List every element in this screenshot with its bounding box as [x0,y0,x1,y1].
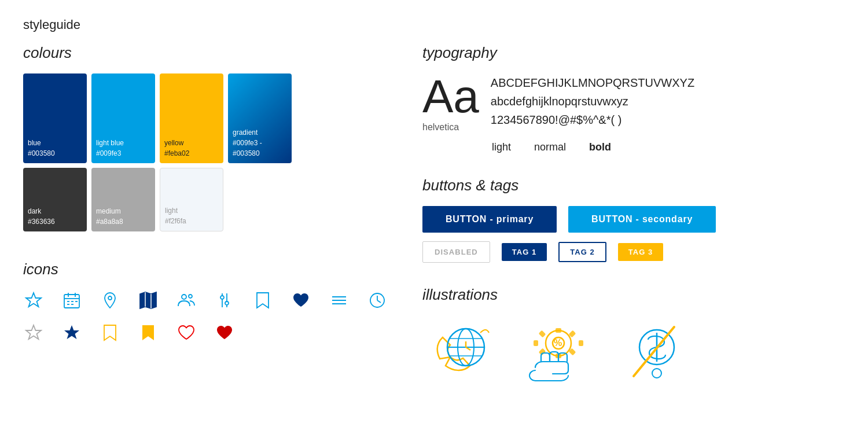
svg-line-25 [377,300,381,303]
swatch-empty [228,168,292,231]
colour-grid: blue #003580 light blue #009fe3 yellow #… [23,73,388,231]
typography-sample-block: Aa helvetica [422,73,479,133]
typography-lowercase: abcdefghijklnopqrstuvwxyz [491,92,694,111]
swatch-blue: blue #003580 [23,73,87,163]
heart-outline-red-icon [176,322,197,343]
svg-marker-26 [26,325,41,339]
svg-point-15 [189,295,192,298]
heart-filled-red-icon [214,322,235,343]
swatch-blue-hex: #003580 [28,148,82,159]
map-icon [138,290,159,311]
illustration-phone-clock [422,315,498,391]
swatch-light: light #f2f6fa [160,168,223,231]
clock-icon [367,290,388,311]
svg-marker-0 [26,293,41,307]
svg-point-14 [182,295,186,299]
swatch-lightblue: light blue #009fe3 [91,73,155,163]
swatch-dark: dark #363636 [23,168,87,231]
typography-font-name: helvetica [422,122,479,133]
icon-row-2 [23,322,388,343]
illustrations-section: illustrations [422,286,845,391]
swatch-lightblue-hex: #009fe3 [96,148,150,159]
button-secondary[interactable]: BUTTON - secondary [568,206,716,233]
buttons-tags-section: buttons & tags BUTTON - primary BUTTON -… [422,176,845,263]
svg-point-19 [225,301,229,305]
list-icon [329,290,350,311]
svg-rect-43 [539,348,546,356]
swatch-gradient-hex2: #003580 [233,148,287,159]
svg-rect-37 [556,328,561,333]
button-primary[interactable]: BUTTON - primary [422,206,557,233]
svg-rect-40 [579,340,583,346]
svg-marker-27 [64,325,79,339]
swatch-medium: medium #a8a8a8 [91,168,155,231]
bookmark-yellow-filled-icon [138,322,159,343]
star-filled-blue-icon [61,322,82,343]
icons-heading: icons [23,260,388,278]
swatch-yellow-name: yellow [164,138,219,148]
swatch-yellow-hex: #feba02 [164,148,219,159]
swatch-dark-hex: #363636 [28,216,82,227]
page-title: styleguide [23,17,845,32]
icon-row-1 [23,290,388,311]
swatch-gradient-hex1: #009fe3 - [233,138,287,148]
illustration-no-dollar [619,315,694,391]
heart-filled-blue-icon [290,290,311,311]
swatch-dark-name: dark [28,206,82,216]
buttons-tags-heading: buttons & tags [422,176,845,194]
swatch-lightblue-name: light blue [96,138,150,148]
tag-1[interactable]: TAG 1 [502,243,547,261]
illustrations-row: % [422,315,845,391]
swatch-gradient: gradient #009fe3 - #003580 [228,73,292,163]
typography-weight-light: light [492,141,511,153]
bookmark-outline-icon [252,290,273,311]
swatch-gradient-name: gradient [233,127,287,138]
svg-rect-41 [539,330,546,338]
swatch-light-hex: #f2f6fa [165,216,218,226]
typography-special: 1234567890!@#$%^&*( ) [491,111,694,129]
svg-point-49 [652,369,661,378]
swatch-yellow: yellow #feba02 [160,73,223,163]
illustration-gear-hand: % [521,315,596,391]
svg-marker-11 [140,292,156,308]
swatch-light-name: light [165,205,218,216]
colours-section: colours blue #003580 light blue #009fe3 … [23,44,388,231]
tag-2[interactable]: TAG 2 [558,242,606,262]
typography-aa: Aa [422,73,479,120]
swatch-medium-hex: #a8a8a8 [96,216,150,227]
icons-section: icons [23,260,388,343]
swatch-blue-name: blue [28,138,82,148]
star-outline-icon [23,290,44,311]
typography-chars-block: ABCDEFGHIJKLMNOPQRSTUVWXYZ abcdefghijkln… [491,73,694,129]
svg-point-10 [108,296,112,300]
typography-section: typography Aa helvetica ABCDEFGHIJKLMNOP… [422,44,845,153]
calendar-icon [61,290,82,311]
swatch-medium-name: medium [96,206,150,216]
typography-weight-bold: bold [589,141,611,153]
location-icon [100,290,120,311]
svg-text:%: % [554,338,562,348]
star-grey-icon [23,322,44,343]
svg-point-18 [220,296,224,299]
sliders-icon [214,290,235,311]
btn-row-2: DISABLED TAG 1 TAG 2 TAG 3 [422,241,845,263]
typography-uppercase: ABCDEFGHIJKLMNOPQRSTUVWXYZ [491,73,694,92]
button-disabled: DISABLED [422,241,490,263]
people-icon [176,290,197,311]
typography-weights: light normal bold [492,141,845,153]
typography-aa-row: Aa helvetica ABCDEFGHIJKLMNOPQRSTUVWXYZ … [422,73,845,133]
typography-weight-normal: normal [534,141,566,153]
typography-heading: typography [422,44,845,62]
colours-heading: colours [23,44,388,62]
tag-3[interactable]: TAG 3 [618,243,664,261]
illustrations-heading: illustrations [422,286,845,304]
bookmark-yellow-icon [100,322,120,343]
svg-rect-39 [534,340,538,346]
btn-row-1: BUTTON - primary BUTTON - secondary [422,206,845,233]
